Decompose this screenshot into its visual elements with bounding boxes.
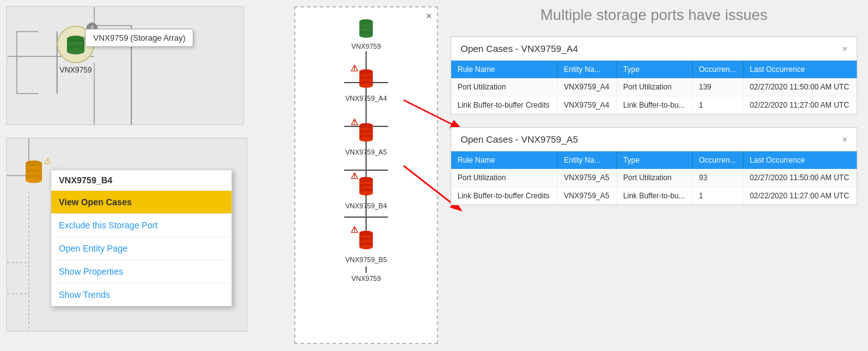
error-badge-b5: ⚠ — [350, 225, 359, 235]
cell-occurrences-1-a5: 93 — [692, 169, 743, 187]
table-row: Port Utilization VNX9759_A5 Port Utiliza… — [451, 169, 857, 187]
svg-point-49 — [359, 83, 372, 88]
cell-entity-1-a5: VNX9759_A5 — [557, 169, 616, 187]
cell-type-2-a4: Link Buffer-to-bu... — [616, 96, 692, 114]
close-center-button[interactable]: × — [426, 11, 432, 22]
cases-table-a5: Rule Name Entity Na... Type Occurren... … — [451, 151, 857, 205]
center-bottom-label: VNX9759 — [351, 275, 380, 282]
cell-occurrences-2-a4: 1 — [692, 96, 743, 114]
port-a4-label: VNX9759_A4 — [345, 94, 387, 102]
cell-last-1-a4: 02/27/2020 11:50:00 AM UTC — [743, 78, 857, 96]
page-title: Multiple storage ports have issues — [451, 6, 857, 24]
port-node-a5: ⚠ VNX9759_A5 — [345, 121, 387, 156]
open-cases-panel-a4: Open Cases - VNX9759_A4 × Rule Name Enti… — [451, 36, 857, 114]
cell-last-2-a5: 02/22/2020 11:27:00 AM UTC — [743, 187, 857, 205]
table-row: Link Buffer-to-buffer Credits VNX9759_A4… — [451, 96, 857, 114]
menu-item-show-trends[interactable]: Show Trends — [51, 283, 232, 306]
col-type-a4: Type — [616, 61, 692, 78]
menu-item-show-properties[interactable]: Show Properties — [51, 260, 232, 283]
table-row: Link Buffer-to-buffer Credits VNX9759_A5… — [451, 187, 857, 205]
context-menu-header: VNX9759_B4 — [51, 170, 232, 191]
port-a5-label: VNX9759_A5 — [345, 148, 387, 156]
col-entity-a5: Entity Na... — [557, 151, 616, 169]
node-label: VNX9759 — [59, 66, 91, 74]
col-rule-name-a5: Rule Name — [451, 151, 557, 169]
center-top-label: VNX9759 — [351, 43, 380, 50]
svg-point-26 — [26, 178, 42, 183]
cell-rule-2-a4: Link Buffer-to-buffer Credits — [451, 96, 557, 114]
col-rule-name-a4: Rule Name — [451, 61, 557, 78]
tooltip: VNX9759 (Storage Array) — [85, 29, 193, 47]
col-type-a5: Type — [616, 151, 692, 169]
table-header-row-a5: Rule Name Entity Na... Type Occurren... … — [451, 151, 857, 169]
topleft-diagram: 4 VNX9759 VNX9759 (Storage Array) — [6, 6, 244, 125]
port-b5-label: VNX9759_B5 — [345, 256, 387, 263]
panel-close-a5[interactable]: × — [842, 135, 847, 145]
table-row: Port Utilization VNX9759_A4 Port Utiliza… — [451, 78, 857, 96]
col-entity-a4: Entity Na... — [557, 61, 616, 78]
cell-last-2-a4: 02/22/2020 11:27:00 AM UTC — [743, 96, 857, 114]
error-badge-a4: ⚠ — [350, 63, 359, 73]
cell-rule-2-a5: Link Buffer-to-buffer Credits — [451, 187, 557, 205]
cell-entity-1-a4: VNX9759_A4 — [557, 78, 616, 96]
right-area: Multiple storage ports have issues Open … — [451, 6, 857, 218]
bottomleft-panel: ⚠ VNX9759_B4 VNX9759_B4 View Open Cases … — [6, 138, 247, 332]
cell-entity-2-a4: VNX9759_A4 — [557, 96, 616, 114]
port-b4-label: VNX9759_B4 — [345, 202, 387, 210]
svg-point-14 — [67, 48, 84, 54]
panel-title-a4: Open Cases - VNX9759_A4 — [461, 43, 578, 54]
port-node-a4: ⚠ VNX9759_A4 — [345, 67, 387, 102]
cell-rule-1-a4: Port Utilization — [451, 78, 557, 96]
menu-item-exclude-storage-port[interactable]: Exclude this Storage Port — [51, 214, 232, 237]
warning-icon: ⚠ — [44, 156, 52, 166]
svg-point-63 — [359, 191, 372, 195]
menu-item-open-entity-page[interactable]: Open Entity Page — [51, 237, 232, 260]
table-header-row-a4: Rule Name Entity Na... Type Occurren... … — [451, 61, 857, 78]
svg-point-56 — [359, 137, 372, 141]
panel-header-a5: Open Cases - VNX9759_A5 × — [451, 128, 857, 151]
cell-entity-2-a5: VNX9759_A5 — [557, 187, 616, 205]
cell-occurrences-1-a4: 139 — [692, 78, 743, 96]
cell-type-1-a4: Port Utilization — [616, 78, 692, 96]
connector-line-2 — [365, 267, 367, 273]
panel-header-a4: Open Cases - VNX9759_A4 × — [451, 37, 857, 61]
col-occurrences-a4: Occurren... — [692, 61, 743, 78]
cases-table-a4: Rule Name Entity Na... Type Occurren... … — [451, 61, 857, 114]
storage-port-node: ⚠ VNX9759_B4 — [19, 157, 51, 188]
context-menu: VNX9759_B4 View Open Cases Exclude this … — [51, 170, 232, 307]
cell-rule-1-a5: Port Utilization — [451, 169, 557, 187]
cell-type-2-a5: Link Buffer-to-bu... — [616, 187, 692, 205]
svg-point-70 — [359, 245, 372, 249]
cell-type-1-a5: Port Utilization — [616, 169, 692, 187]
col-occurrences-a5: Occurren... — [692, 151, 743, 169]
error-badge-a5: ⚠ — [350, 117, 359, 127]
open-cases-panel-a5: Open Cases - VNX9759_A5 × Rule Name Enti… — [451, 127, 857, 205]
connector-line-1 — [365, 51, 367, 64]
svg-point-33 — [359, 33, 372, 38]
center-topology-diagram: × VNX9759 — [294, 6, 438, 344]
cell-last-1-a5: 02/27/2020 11:50:00 AM UTC — [743, 169, 857, 187]
cell-occurrences-2-a5: 1 — [692, 187, 743, 205]
col-last-occurrence-a5: Last Occurrence — [743, 151, 857, 169]
col-last-occurrence-a4: Last Occurrence — [743, 61, 857, 78]
panel-close-a4[interactable]: × — [842, 44, 847, 54]
port-node-b5: ⚠ VNX9759_B5 — [345, 228, 387, 263]
menu-item-view-open-cases[interactable]: View Open Cases — [51, 191, 232, 213]
panel-title-a5: Open Cases - VNX9759_A5 — [461, 134, 578, 145]
top-storage-icon — [354, 17, 378, 41]
port-node-b4: ⚠ VNX9759_B4 — [345, 175, 387, 210]
error-badge-b4: ⚠ — [350, 171, 359, 181]
